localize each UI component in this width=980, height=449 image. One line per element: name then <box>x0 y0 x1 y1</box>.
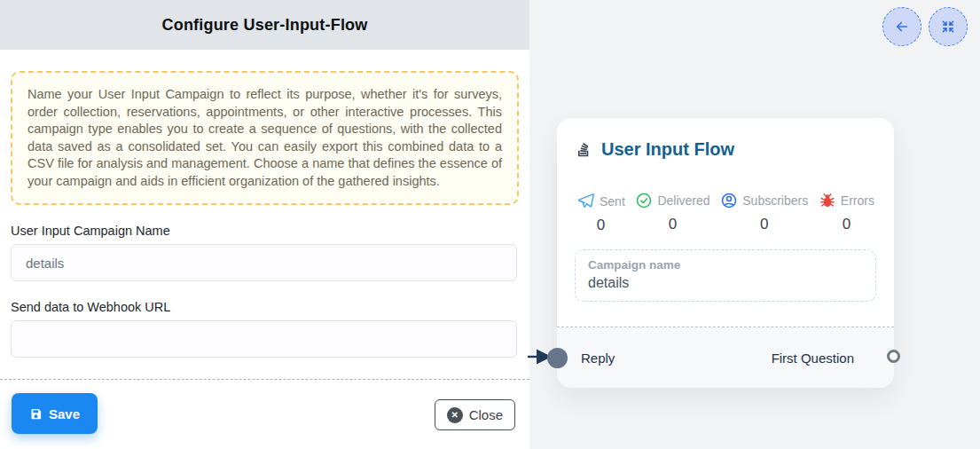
panel-header: Configure User-Input-Flow <box>0 0 529 50</box>
close-icon: ✕ <box>447 407 463 423</box>
node-title: User Input Flow <box>601 139 734 160</box>
node-title-row: User Input Flow <box>575 139 876 160</box>
check-circle-icon <box>635 192 653 209</box>
first-question-handle-label: First Question <box>772 351 854 366</box>
node-campaign-name-label: Campaign name <box>588 258 863 272</box>
bug-icon <box>819 192 836 209</box>
flow-canvas[interactable]: User Input Flow Sent <box>529 0 980 449</box>
campaign-name-label: User Input Campaign Name <box>11 224 519 238</box>
stat-errors-label: Errors <box>841 193 874 208</box>
stat-delivered-value: 0 <box>669 216 677 233</box>
node-campaign-name-value: details <box>588 275 863 291</box>
app-window: Configure User-Input-Flow Name your User… <box>0 0 980 449</box>
arrow-left-icon <box>894 19 910 35</box>
save-button-label: Save <box>49 406 80 421</box>
back-button[interactable] <box>882 7 921 46</box>
panel-content: Name your User Input Campaign to reflect… <box>0 50 529 358</box>
reply-input-handle[interactable] <box>547 348 568 368</box>
campaign-info-note: Name your User Input Campaign to reflect… <box>11 71 519 205</box>
user-input-flow-node[interactable]: User Input Flow Sent <box>557 118 894 388</box>
stat-subscribers-value: 0 <box>760 216 768 233</box>
compress-button[interactable] <box>929 7 968 46</box>
webhook-url-label: Send data to Webhook URL <box>11 300 519 314</box>
configure-flow-panel: Configure User-Input-Flow Name your User… <box>0 0 529 449</box>
node-stats-row: Sent 0 Delivered <box>575 192 876 234</box>
first-question-output-handle[interactable] <box>887 350 900 363</box>
stat-sent-label: Sent <box>600 194 625 209</box>
paper-plane-icon <box>576 192 595 210</box>
save-icon <box>29 407 43 421</box>
stat-errors: Errors 0 <box>819 192 874 234</box>
stat-subscribers: Subscribers 0 <box>720 192 808 234</box>
panel-footer: Save ✕ Close <box>12 393 515 434</box>
stat-sent-value: 0 <box>597 217 605 234</box>
node-footer: Reply First Question <box>557 327 894 388</box>
node-body: User Input Flow Sent <box>557 118 894 302</box>
reply-handle-label: Reply <box>581 351 615 366</box>
stat-delivered-label: Delivered <box>657 193 710 208</box>
stat-sent: Sent 0 <box>576 192 625 234</box>
stack-icon <box>575 140 593 159</box>
save-button[interactable]: Save <box>12 393 98 434</box>
close-button-label: Close <box>469 407 503 422</box>
campaign-name-input[interactable] <box>11 244 517 281</box>
user-circle-icon <box>720 192 738 209</box>
page-title: Configure User-Input-Flow <box>162 16 368 35</box>
stat-subscribers-label: Subscribers <box>742 193 808 208</box>
footer-divider <box>0 379 529 380</box>
stat-delivered: Delivered 0 <box>635 192 710 234</box>
webhook-url-input[interactable] <box>11 320 517 358</box>
compress-icon <box>941 20 955 34</box>
close-button[interactable]: ✕ Close <box>435 399 515 430</box>
stat-errors-value: 0 <box>843 216 851 233</box>
node-campaign-name-field[interactable]: Campaign name details <box>575 249 876 302</box>
